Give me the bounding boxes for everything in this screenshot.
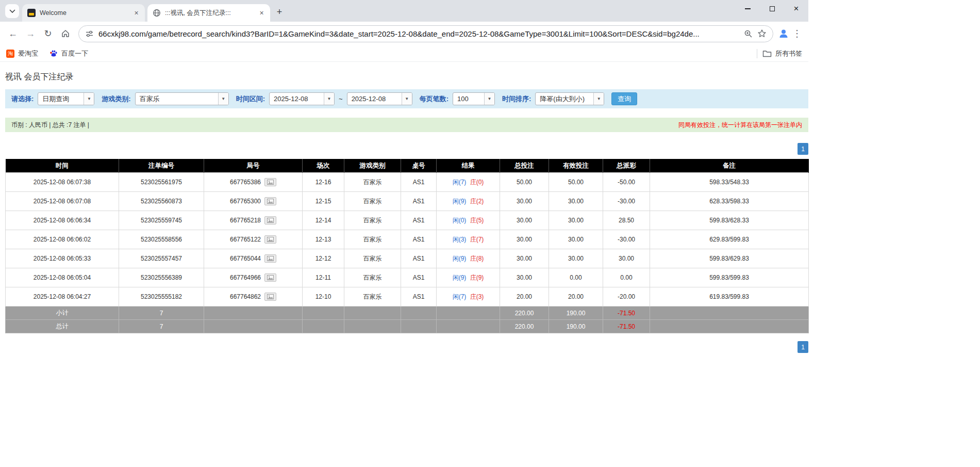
tab-close-icon[interactable]: × [257, 9, 266, 18]
subtotal-row: 小计 7 220.00 190.00 -71.50 [6, 307, 809, 320]
page-size-dropdown[interactable]: 100 ▼ [453, 92, 495, 105]
round-result-icon[interactable] [264, 293, 276, 301]
table-row: 2025-12-08 06:06:34 523025559745 6677652… [6, 211, 809, 230]
sort-dropdown[interactable]: 降幂(由大到小) ▼ [535, 92, 604, 105]
round-result-icon[interactable] [264, 216, 276, 224]
url-text[interactable]: 66cxkj98.com/game/betrecord_search/kind3… [98, 29, 739, 38]
tab-title: Welcome [40, 9, 128, 17]
page-title: 视讯 会员下注纪录 [5, 62, 808, 89]
taobao-icon: 淘 [6, 50, 14, 58]
tab-search-button[interactable] [5, 4, 19, 18]
cell-valid-bet: 30.00 [549, 192, 603, 211]
cell-total-bet[interactable]: 30.00 [500, 268, 549, 287]
query-type-dropdown[interactable]: 日期查询 ▼ [38, 92, 94, 105]
dropdown-arrow-icon[interactable]: ▼ [593, 93, 604, 105]
bookmark-baidu[interactable]: 百度一下 [49, 49, 88, 58]
cell-session: 12-13 [303, 230, 344, 249]
baidu-icon [49, 50, 58, 58]
cell-table-no: AS1 [401, 230, 437, 249]
bookmark-star-button[interactable] [757, 29, 767, 38]
all-bookmarks-button[interactable]: 所有书签 [762, 49, 802, 58]
summary-bar: 币别 : 人民币 | 总共 :7 注单 | 同局有效投注，统一计算在该局第一张注… [5, 118, 808, 132]
tab-betrecord[interactable]: :::视讯, 会员下注纪录::: × [147, 4, 270, 22]
result-banker: 庄(0) [470, 179, 484, 186]
date-end-dropdown[interactable]: 2025-12-08 ▼ [347, 92, 412, 105]
cell-bet-id: 523025560873 [119, 192, 204, 211]
zoom-button[interactable] [744, 29, 753, 38]
dropdown-arrow-icon[interactable]: ▼ [484, 93, 494, 105]
summary-note: 同局有效投注，统一计算在该局第一张注单内 [678, 121, 802, 130]
subtotal-total-bet: 220.00 [500, 307, 549, 320]
forward-button[interactable]: → [22, 25, 39, 42]
round-result-icon[interactable] [264, 235, 276, 244]
dropdown-arrow-icon[interactable]: ▼ [218, 93, 228, 105]
profile-button[interactable] [777, 27, 790, 40]
round-result-icon[interactable] [264, 197, 276, 205]
result-banker: 庄(2) [470, 198, 484, 205]
cell-total-bet[interactable]: 30.00 [500, 192, 549, 211]
game-type-dropdown[interactable]: 百家乐 ▼ [135, 92, 229, 105]
cell-session: 12-12 [303, 249, 344, 268]
site-info-icon[interactable] [85, 29, 94, 38]
dropdown-arrow-icon[interactable]: ▼ [324, 93, 334, 105]
cell-payout: 28.50 [603, 211, 650, 230]
cell-valid-bet: 30.00 [549, 249, 603, 268]
date-end-value: 2025-12-08 [347, 93, 402, 105]
page-number-button[interactable]: 1 [798, 143, 808, 155]
tab-strip: Welcome × :::视讯, 会员下注纪录::: × + × [0, 0, 808, 22]
header-session: 场次 [303, 159, 344, 173]
round-number: 667764862 [230, 293, 261, 300]
cell-game-type: 百家乐 [344, 268, 401, 287]
address-bar[interactable]: 66cxkj98.com/game/betrecord_search/kind3… [78, 25, 773, 42]
round-number: 667764966 [230, 274, 261, 281]
dropdown-arrow-icon[interactable]: ▼ [84, 93, 94, 105]
cell-total-bet[interactable]: 20.00 [500, 287, 549, 307]
search-button[interactable]: 查询 [611, 92, 637, 105]
cell-table-no: AS1 [401, 249, 437, 268]
cell-session: 12-15 [303, 192, 344, 211]
round-number: 667765044 [230, 255, 261, 262]
bookmark-taobao[interactable]: 淘 爱淘宝 [6, 49, 38, 58]
result-banker: 庄(7) [470, 236, 484, 243]
cell-valid-bet: 20.00 [549, 287, 603, 307]
query-type-value: 日期查询 [38, 93, 84, 105]
table-row: 2025-12-08 06:06:02 523025558556 6677651… [6, 230, 809, 249]
page-number-button[interactable]: 1 [798, 341, 808, 353]
cell-payout: -50.00 [603, 173, 650, 192]
cell-bet-id: 523025559745 [119, 211, 204, 230]
back-button[interactable]: ← [4, 25, 22, 42]
date-start-dropdown[interactable]: 2025-12-08 ▼ [269, 92, 335, 105]
cell-total-bet[interactable]: 30.00 [500, 211, 549, 230]
subtotal-label: 小计 [6, 307, 119, 320]
maximize-button[interactable] [760, 0, 784, 18]
reload-button[interactable]: ↻ [39, 25, 57, 42]
table-row: 2025-12-08 06:05:33 523025557457 6677650… [6, 249, 809, 268]
cell-time: 2025-12-08 06:06:02 [6, 230, 119, 249]
cell-bet-id: 523025558556 [119, 230, 204, 249]
cell-table-no: AS1 [401, 287, 437, 307]
cell-total-bet[interactable]: 30.00 [500, 230, 549, 249]
home-button[interactable] [57, 25, 74, 42]
cell-round: 667765122 [204, 230, 303, 249]
folder-icon [762, 50, 772, 58]
close-window-button[interactable]: × [784, 0, 808, 18]
round-result-icon[interactable] [264, 178, 276, 186]
header-time: 时间 [6, 159, 119, 173]
menu-button[interactable]: ⋮ [790, 28, 804, 39]
cell-time: 2025-12-08 06:07:38 [6, 173, 119, 192]
round-result-icon[interactable] [264, 254, 276, 263]
welcome-favicon-icon [27, 9, 36, 17]
pagination-top: 1 [5, 143, 808, 155]
browser-window: Welcome × :::视讯, 会员下注纪录::: × + × ← → ↻ [0, 0, 808, 353]
new-tab-button[interactable]: + [272, 5, 287, 19]
round-result-icon[interactable] [264, 273, 276, 282]
cell-total-bet[interactable]: 30.00 [500, 249, 549, 268]
tab-close-icon[interactable]: × [132, 9, 141, 18]
bookmark-label: 爱淘宝 [18, 49, 38, 58]
tab-welcome[interactable]: Welcome × [22, 4, 145, 22]
bookmarks-right: 所有书签 [757, 49, 802, 58]
cell-time: 2025-12-08 06:05:33 [6, 249, 119, 268]
dropdown-arrow-icon[interactable]: ▼ [402, 93, 412, 105]
minimize-button[interactable] [736, 0, 760, 18]
cell-total-bet[interactable]: 50.00 [500, 173, 549, 192]
